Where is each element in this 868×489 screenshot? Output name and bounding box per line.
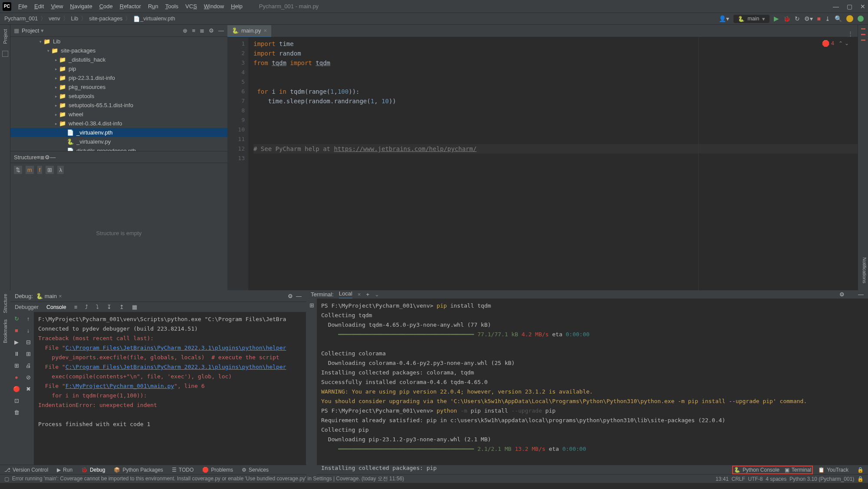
mute-bp-icon[interactable]: ●: [15, 374, 18, 381]
rail-notifications[interactable]: Notifications: [862, 256, 867, 285]
tree-item[interactable]: ▸📁wheel: [10, 110, 227, 119]
step-icon[interactable]: ⊞: [14, 362, 19, 369]
search-icon[interactable]: 🔍: [835, 15, 842, 22]
resume-icon[interactable]: ▶: [14, 339, 19, 345]
down-icon[interactable]: ↓: [27, 327, 30, 334]
debug-console-output[interactable]: F:\MyProject\Pycharm_001\venv\Scripts\py…: [34, 312, 306, 465]
error-indicator[interactable]: 🛑4 ⌃⌄: [822, 40, 849, 47]
status-line-sep[interactable]: CRLF: [732, 476, 745, 482]
collapse-all-icon[interactable]: ≣: [200, 27, 204, 34]
layout-icon[interactable]: ⊡: [14, 397, 19, 404]
coverage-icon[interactable]: ↻: [795, 15, 800, 22]
close-term-tab-icon[interactable]: ×: [358, 291, 361, 298]
profile-icon[interactable]: ⚙▾: [804, 15, 813, 22]
code-editor[interactable]: import time import random from tqdm impo…: [248, 37, 858, 290]
menu-refactor[interactable]: Refactor: [116, 1, 145, 11]
rerun-icon[interactable]: ↻: [14, 315, 19, 322]
run-icon[interactable]: ▶: [774, 15, 779, 23]
editor-menu-icon[interactable]: ⋮: [848, 30, 853, 37]
breadcrumb[interactable]: venv: [49, 16, 60, 22]
editor-tab-main[interactable]: 🐍 main.py ×: [227, 25, 271, 37]
menu-vcs[interactable]: VCS: [182, 1, 201, 11]
debug-settings-icon[interactable]: ⚙: [288, 293, 293, 299]
lock-icon[interactable]: 🔒: [857, 467, 864, 473]
struct-settings-icon[interactable]: ⚙: [45, 154, 50, 161]
menu-edit[interactable]: Edit: [31, 1, 47, 11]
close-debug-tab-icon[interactable]: ×: [59, 293, 62, 299]
menu-tools[interactable]: Tools: [162, 1, 182, 11]
menu-window[interactable]: Window: [201, 1, 227, 11]
filter-i-icon[interactable]: ⊞: [46, 166, 54, 174]
rail-bookmarks[interactable]: Bookmarks: [3, 319, 8, 343]
tab-youtrack[interactable]: 📋 YouTrack: [818, 467, 848, 473]
stop-icon[interactable]: ■: [817, 15, 821, 22]
db-tool-icon[interactable]: ≡: [74, 304, 77, 310]
menu-run[interactable]: Run: [145, 1, 162, 11]
status-interpreter[interactable]: Python 3.10 (Pycharm_001): [789, 476, 854, 482]
new-term-icon[interactable]: +: [366, 291, 369, 298]
menu-help[interactable]: Help: [227, 1, 246, 11]
db-tool-icon[interactable]: ⤵: [96, 304, 99, 310]
filter-f-icon[interactable]: f: [37, 166, 43, 174]
tab-terminal[interactable]: ▣ Terminal: [785, 467, 811, 473]
git-update-icon[interactable]: ⤓: [825, 15, 830, 22]
code-with-me-icon[interactable]: [858, 16, 864, 22]
breadcrumb[interactable]: _virtualenv.pth: [140, 16, 175, 22]
menu-code[interactable]: Code: [96, 1, 116, 11]
breadcrumb[interactable]: Pycharm_001: [4, 16, 38, 22]
tree-item[interactable]: 📄_virtualenv.pth: [10, 128, 227, 137]
wrap-icon[interactable]: ⊟: [26, 339, 31, 345]
breadcrumb[interactable]: Lib: [71, 16, 79, 22]
db-tool-icon[interactable]: ↧: [107, 304, 112, 310]
tab-debugger[interactable]: Debugger: [15, 304, 39, 310]
rail-bookmarks-icon[interactable]: [2, 51, 8, 57]
struct-collapse-icon[interactable]: ≣: [40, 154, 45, 161]
term-dropdown-icon[interactable]: ⌄: [375, 291, 379, 298]
rail-structure[interactable]: Structure: [3, 294, 8, 313]
tree-item[interactable]: ▾📁Lib: [10, 37, 227, 46]
db-tool-icon[interactable]: ▦: [132, 304, 137, 310]
clear-icon[interactable]: ⊘: [26, 374, 31, 381]
tree-item[interactable]: 📄distutils-precedence.pth: [10, 146, 227, 151]
db-tool-icon[interactable]: ⤴: [85, 304, 88, 310]
stop-icon[interactable]: ■: [15, 327, 18, 334]
maximize-icon[interactable]: ▢: [847, 3, 852, 10]
status-position[interactable]: 13:41: [716, 476, 729, 482]
run-config-selector[interactable]: 🐍main▾: [733, 15, 769, 23]
minimize-icon[interactable]: —: [833, 3, 839, 10]
notification-icon[interactable]: [846, 15, 853, 22]
tree-item[interactable]: 🐍_virtualenv.py: [10, 137, 227, 146]
breadcrumb[interactable]: site-packages: [89, 16, 122, 22]
tab-version-control[interactable]: ⎇ Version Control: [4, 467, 48, 473]
debug-icon[interactable]: 🐞: [783, 16, 790, 22]
status-lock-icon[interactable]: 🔒: [857, 476, 864, 482]
terminal-tab-local[interactable]: Local: [339, 290, 352, 299]
tab-debug[interactable]: 🐞 Debug: [81, 467, 105, 473]
tab-problems[interactable]: 🛑 Problems: [202, 467, 233, 473]
pause-icon[interactable]: ⏸: [14, 351, 20, 357]
scroll-icon[interactable]: ⊞: [26, 351, 31, 357]
up-icon[interactable]: ↑: [27, 315, 30, 322]
user-icon[interactable]: 👤▾: [719, 15, 729, 22]
struct-hide-icon[interactable]: —: [50, 154, 56, 161]
tree-item[interactable]: ▸📁pip-22.3.1.dist-info: [10, 73, 227, 82]
trash-icon[interactable]: 🗑: [14, 409, 20, 416]
db-tool-icon[interactable]: ↥: [119, 304, 124, 310]
filter-l-icon[interactable]: λ: [57, 166, 64, 174]
tree-item[interactable]: ▾📁site-packages: [10, 46, 227, 55]
tab-python-packages[interactable]: 📦 Python Packages: [114, 467, 163, 473]
structure-label[interactable]: Structure: [14, 154, 37, 161]
tab-services[interactable]: ⚙ Services: [242, 467, 269, 473]
expand-all-icon[interactable]: ≡: [192, 27, 195, 34]
locate-icon[interactable]: ⊕: [183, 27, 187, 34]
menu-navigate[interactable]: Navigate: [66, 1, 95, 11]
view-bp-icon[interactable]: 🔴: [13, 386, 20, 392]
tab-console[interactable]: Console: [46, 304, 66, 310]
term-hide-icon[interactable]: —: [858, 291, 864, 298]
struct-expand-icon[interactable]: ≡: [37, 154, 40, 161]
tree-item[interactable]: ▸📁pkg_resources: [10, 82, 227, 92]
tree-item[interactable]: ▸📁setuptools: [10, 92, 227, 101]
tree-item[interactable]: ▸📁setuptools-65.5.1.dist-info: [10, 101, 227, 110]
debug-hide-icon[interactable]: —: [296, 293, 302, 299]
status-encoding[interactable]: UTF-8: [748, 476, 763, 482]
